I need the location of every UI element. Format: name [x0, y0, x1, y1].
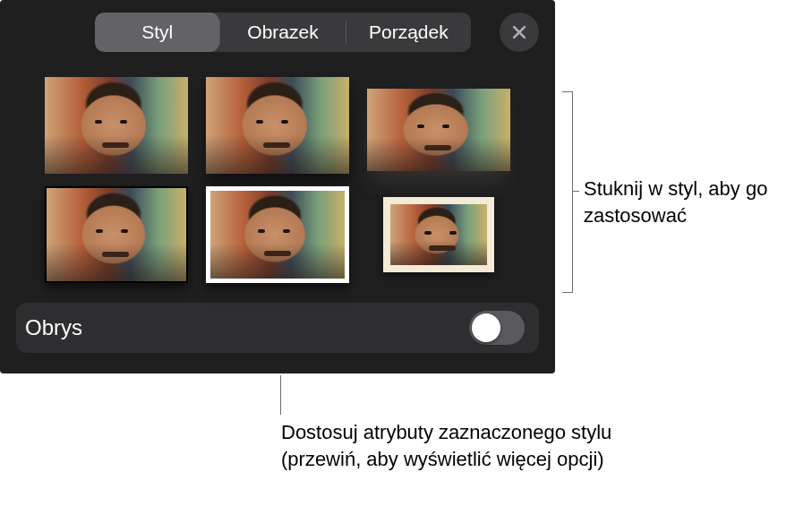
style-thumb-reflection[interactable]: [367, 77, 510, 183]
callout-leader: [280, 375, 281, 415]
style-thumb-white-border[interactable]: [206, 186, 349, 283]
callout-leader: [572, 191, 579, 192]
segmented-control: Styl Obrazek Porządek: [95, 13, 471, 52]
style-thumb-shadow[interactable]: [206, 77, 349, 174]
segmented-control-row: Styl Obrazek Porządek: [0, 0, 555, 52]
outline-label: Obrys: [25, 315, 82, 340]
style-thumb-plain[interactable]: [45, 77, 188, 174]
tab-order[interactable]: Porządek: [346, 13, 471, 52]
tab-style[interactable]: Styl: [95, 13, 219, 52]
tab-image[interactable]: Obrazek: [220, 13, 345, 52]
callout-leader: [572, 91, 573, 293]
outline-switch[interactable]: [469, 311, 525, 345]
callout-adjust-attributes: Dostosuj atrybuty zaznaczonego stylu (pr…: [281, 419, 657, 472]
close-button[interactable]: [500, 13, 539, 52]
switch-knob: [472, 313, 500, 342]
format-panel: Styl Obrazek Porządek: [0, 0, 555, 373]
outline-row[interactable]: Obrys: [16, 303, 539, 353]
close-icon: [510, 23, 528, 41]
callout-leader: [562, 292, 573, 293]
style-thumb-thin-black-border[interactable]: [45, 186, 188, 283]
style-grid: [0, 52, 555, 303]
callout-style-tap: Stuknij w styl, aby go zastosować: [584, 176, 799, 228]
style-thumb-cream-frame[interactable]: [367, 186, 510, 283]
